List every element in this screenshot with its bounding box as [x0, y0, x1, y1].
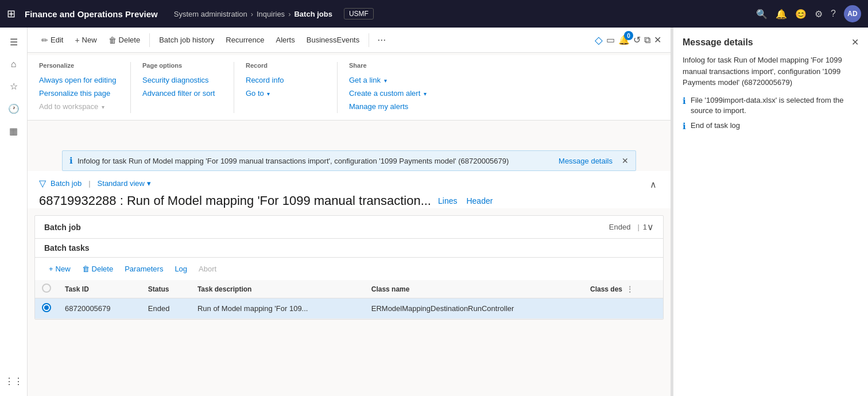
search-icon[interactable]: 🔍	[756, 9, 768, 20]
left-sidebar: ☰ ⌂ ☆ 🕐 ▦ ⋮⋮	[0, 28, 28, 396]
record-info-item[interactable]: Record info	[246, 73, 326, 87]
info-bar-close-icon[interactable]: ✕	[622, 156, 629, 165]
col-task-desc-header: Task description	[191, 280, 365, 298]
delete-icon: 🗑	[108, 36, 117, 45]
personalize-title: Personalize	[39, 62, 119, 69]
view-selector[interactable]: Standard view ▾	[98, 179, 151, 188]
tasks-new-button[interactable]: + New	[44, 262, 75, 275]
record-title: Record	[246, 62, 326, 69]
batch-job-section-header[interactable]: Batch job Ended | 1 ∨	[35, 216, 663, 239]
personalize-section: Personalize Always open for editing Pers…	[28, 62, 131, 113]
batch-job-breadcrumb[interactable]: Batch job	[51, 179, 82, 188]
toolbar-separator-2	[369, 33, 369, 47]
panel-message-2: ℹ End of task log	[683, 121, 859, 131]
diamond-icon[interactable]: ◇	[595, 34, 603, 46]
batch-job-section-title: Batch job	[44, 223, 609, 232]
personalize-page-item[interactable]: Personalize this page	[39, 87, 119, 100]
smiley-icon[interactable]: 😊	[795, 9, 807, 20]
notification-badge[interactable]: 🔔 0	[618, 34, 630, 45]
batch-tasks-header: Batch tasks	[35, 239, 663, 258]
help-icon[interactable]: ?	[831, 9, 836, 19]
sidebar-menu-icon[interactable]: ☰	[5, 32, 22, 52]
sidebar-modules-icon[interactable]: ⋮⋮	[0, 371, 28, 391]
share-title: Share	[349, 62, 429, 69]
create-custom-alert-item[interactable]: Create a custom alert ▾	[349, 87, 429, 100]
edit-icon: ✏	[41, 36, 48, 45]
sidebar-star-icon[interactable]: ☆	[5, 76, 22, 96]
status-cell: Ended	[141, 298, 191, 319]
panel-header-description: Infolog for task Run of Model mapping 'F…	[683, 55, 859, 88]
col-status-header: Status	[141, 280, 191, 298]
edit-button[interactable]: ✏ Edit	[37, 33, 68, 47]
message-details-link[interactable]: Message details	[559, 157, 613, 165]
tasks-parameters-button[interactable]: Parameters	[120, 262, 168, 275]
table-row[interactable]: 68720005679 Ended Run of Model mapping '…	[35, 298, 663, 319]
more-options-icon[interactable]: ···	[374, 32, 389, 48]
always-open-editing-item[interactable]: Always open for editing	[39, 73, 119, 87]
tasks-log-button[interactable]: Log	[170, 262, 192, 275]
panel-info-icon-1: ℹ	[683, 96, 686, 116]
filter-icon[interactable]: ▽	[39, 178, 46, 189]
row-select-cell[interactable]	[35, 298, 58, 319]
dropdown-menu: Personalize Always open for editing Pers…	[28, 55, 671, 121]
toolbar-separator-1	[149, 33, 150, 47]
gear-icon[interactable]: ⚙	[815, 9, 823, 20]
close-panel-icon[interactable]: ✕	[654, 34, 661, 45]
share-section: Share Get a link ▾ Create a custom alert…	[338, 62, 441, 113]
advanced-filter-item[interactable]: Advanced filter or sort	[142, 87, 222, 100]
info-bar: ℹ Infolog for task Run of Model mapping …	[62, 150, 636, 171]
record-area: ▽ Batch job | Standard view ▾ 6871993228…	[28, 171, 671, 208]
info-bar-text: Infolog for task Run of Model mapping 'F…	[78, 157, 554, 165]
batch-job-card: Batch job Ended | 1 ∨ Batch tasks + New …	[34, 215, 664, 320]
tab-header[interactable]: Header	[466, 196, 493, 205]
section-chevron-icon[interactable]: ∨	[647, 222, 654, 232]
columns-icon[interactable]: ▭	[606, 34, 615, 45]
breadcrumb-system-admin[interactable]: System administration	[174, 10, 247, 18]
right-panel: Message details ✕ Infolog for task Run o…	[673, 28, 868, 396]
right-panel-close-icon[interactable]: ✕	[851, 37, 859, 48]
table-header-row: Task ID Status Task description Class na…	[35, 280, 663, 298]
task-desc-cell: Run of Model mapping 'For 109...	[191, 298, 365, 319]
get-link-item[interactable]: Get a link ▾	[349, 73, 429, 87]
app-grid-icon[interactable]: ⊞	[7, 7, 16, 20]
batch-history-button[interactable]: Batch job history	[154, 33, 219, 46]
header-radio[interactable]	[42, 284, 51, 293]
main-layout: ☰ ⌂ ☆ 🕐 ▦ ⋮⋮ ✏ Edit + New 🗑 Delete Batch…	[0, 28, 868, 396]
manage-alerts-item[interactable]: Manage my alerts	[349, 100, 429, 113]
alerts-button[interactable]: Alerts	[272, 33, 300, 46]
breadcrumb-batch-jobs[interactable]: Batch jobs	[294, 10, 332, 18]
open-new-window-icon[interactable]: ⧉	[644, 35, 650, 45]
collapse-icon[interactable]: ∧	[650, 179, 657, 190]
row-radio[interactable]	[42, 303, 51, 312]
add-to-workspace-item[interactable]: Add to workspace ▾	[39, 100, 119, 113]
col-class-name-header: Class name	[365, 280, 583, 298]
tab-lines[interactable]: Lines	[438, 196, 457, 205]
page-options-title: Page options	[142, 62, 222, 69]
recurrence-button[interactable]: Recurrence	[221, 33, 269, 46]
refresh-icon[interactable]: ↺	[633, 34, 641, 45]
right-panel-title: Message details	[683, 37, 753, 48]
new-button[interactable]: + New	[70, 33, 101, 47]
top-navigation: ⊞ Finance and Operations Preview System …	[0, 0, 868, 28]
business-events-button[interactable]: BusinessEvents	[302, 33, 365, 46]
sidebar-recent-icon[interactable]: 🕐	[3, 99, 24, 119]
breadcrumb: System administration › Inquiries › Batc…	[174, 10, 332, 18]
go-to-item[interactable]: Go to ▾	[246, 87, 326, 100]
record-nav: ▽ Batch job | Standard view ▾	[39, 178, 659, 189]
col-more-icon[interactable]: ⋮	[626, 285, 633, 293]
avatar[interactable]: AD	[844, 5, 861, 22]
breadcrumb-inquiries[interactable]: Inquiries	[257, 10, 285, 18]
tasks-abort-button[interactable]: Abort	[194, 262, 221, 275]
panel-message-text-1: File '1099import-data.xlsx' is selected …	[691, 95, 859, 116]
sidebar-workspace-icon[interactable]: ▦	[5, 121, 22, 141]
entity-label[interactable]: USMF	[344, 8, 374, 20]
sidebar-home-icon[interactable]: ⌂	[6, 55, 21, 74]
batch-job-status: Ended	[609, 223, 631, 231]
top-nav-icons: 🔍 🔔 😊 ⚙ ? AD	[756, 5, 861, 22]
delete-button[interactable]: 🗑 Delete	[104, 33, 145, 47]
action-toolbar: ✏ Edit + New 🗑 Delete Batch job history …	[28, 28, 671, 53]
security-diagnostics-item[interactable]: Security diagnostics	[142, 73, 222, 87]
tasks-delete-button[interactable]: 🗑 Delete	[78, 262, 118, 275]
panel-message-text-2: End of task log	[691, 121, 740, 131]
bell-icon[interactable]: 🔔	[776, 9, 787, 20]
